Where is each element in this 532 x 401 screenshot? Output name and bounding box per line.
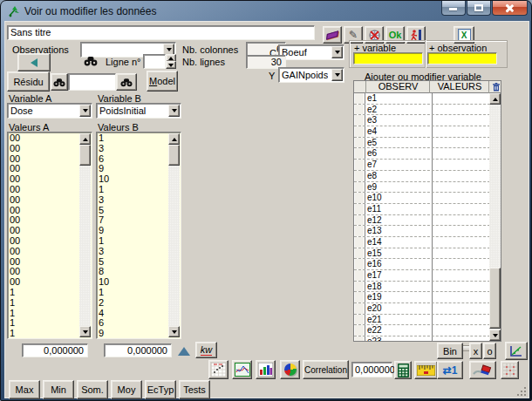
search-input[interactable] (68, 73, 116, 91)
binary-convert-button[interactable]: ⇄1 (437, 361, 463, 379)
table-scrollbar[interactable] (489, 93, 501, 341)
valeurs-cell[interactable] (432, 226, 490, 236)
valeurs-cell[interactable] (432, 325, 490, 336)
row-selector[interactable] (354, 237, 365, 248)
list-item[interactable]: 3 (99, 195, 168, 206)
valeurs-b-list[interactable]: 1369101357913581012469 (96, 132, 181, 339)
table-row[interactable]: e19 (354, 292, 490, 303)
observ-cell[interactable]: e21 (367, 315, 430, 325)
table-row[interactable]: e17 (354, 270, 490, 282)
observ-cell[interactable]: e16 (367, 259, 430, 269)
table-row[interactable]: e3 (354, 115, 490, 126)
valeurs-b-scrollbar[interactable] (168, 133, 180, 337)
calculator-button[interactable] (394, 361, 412, 379)
list-item[interactable]: 7 (99, 215, 168, 226)
table-row[interactable]: e22 (354, 325, 490, 336)
valeurs-cell[interactable] (432, 138, 490, 148)
list-item[interactable]: 1 (10, 309, 79, 319)
table-row[interactable]: e18 (354, 282, 490, 293)
o-marker-button[interactable]: o (483, 343, 496, 359)
list-item[interactable]: 9 (99, 226, 168, 236)
list-item[interactable]: 00 (10, 226, 79, 236)
observ-cell[interactable]: e10 (367, 193, 430, 203)
observ-cell[interactable]: e12 (367, 215, 430, 226)
row-selector[interactable] (354, 115, 365, 126)
table-row[interactable]: e8 (354, 171, 490, 182)
list-item[interactable]: 10 (99, 277, 168, 288)
list-item[interactable]: 1 (99, 133, 168, 144)
list-item[interactable]: 00 (10, 133, 79, 144)
list-item[interactable]: 1 (99, 236, 168, 247)
list-item[interactable]: 00 (10, 236, 79, 247)
valeurs-cell[interactable] (432, 126, 490, 137)
valeurs-cell[interactable] (432, 248, 490, 259)
valeurs-cell[interactable] (432, 270, 490, 281)
valeurs-a-scrollbar[interactable] (79, 133, 91, 337)
valeurs-cell[interactable] (432, 93, 490, 104)
list-item[interactable]: 9 (99, 329, 168, 337)
observ-cell[interactable]: e23 (367, 336, 430, 341)
row-selector[interactable] (354, 204, 365, 214)
observ-cell[interactable]: e8 (367, 171, 430, 181)
back-button[interactable] (17, 53, 51, 71)
observ-cell[interactable]: e1 (367, 93, 430, 104)
list-item[interactable]: 00 (10, 164, 79, 174)
observ-cell[interactable]: e7 (367, 160, 430, 170)
row-selector[interactable] (354, 292, 365, 302)
list-item[interactable]: 3 (99, 144, 168, 154)
row-selector[interactable] (354, 303, 365, 314)
scroll-up-button[interactable] (168, 133, 180, 145)
list-item[interactable]: 3 (99, 247, 168, 257)
close-button[interactable] (492, 1, 528, 16)
bar-chart-button[interactable] (256, 360, 276, 379)
row-selector[interactable] (354, 259, 365, 269)
list-item[interactable]: 1 (10, 298, 79, 309)
ligne-input[interactable] (143, 54, 166, 69)
variable-a-dropdown-arrow[interactable] (79, 105, 91, 117)
valeurs-cell[interactable] (432, 315, 490, 325)
scroll-down-button[interactable] (168, 326, 180, 337)
scroll-thumb[interactable] (79, 145, 91, 166)
table-row[interactable]: e6 (354, 148, 490, 160)
sort-up-button[interactable] (175, 344, 193, 357)
add-observation-input[interactable] (427, 52, 497, 65)
list-item[interactable]: 2 (99, 298, 168, 309)
list-item[interactable]: 4 (99, 309, 168, 319)
observ-cell[interactable]: e18 (367, 282, 430, 292)
valeurs-cell[interactable] (432, 115, 490, 126)
row-selector[interactable] (354, 215, 365, 226)
grid-points-button-disabled[interactable] (501, 361, 519, 379)
stat-button-tests[interactable]: Tests (179, 380, 210, 399)
regression-plot-button[interactable] (505, 342, 528, 360)
table-row[interactable]: e4 (354, 126, 490, 138)
list-item[interactable]: 00 (10, 174, 79, 185)
pie-chart-button[interactable] (280, 360, 300, 379)
row-selector[interactable] (354, 138, 365, 148)
search-right-button[interactable] (116, 73, 137, 91)
scroll-up-button[interactable] (79, 133, 91, 145)
list-item[interactable]: 5 (99, 257, 168, 268)
delete-column-header[interactable] (490, 81, 501, 93)
correlation-button[interactable]: Correlation (303, 360, 349, 379)
observ-cell[interactable]: e22 (367, 325, 430, 336)
row-selector[interactable] (354, 105, 365, 115)
row-selector[interactable] (354, 226, 365, 236)
list-item[interactable]: 6 (99, 318, 168, 329)
valeurs-cell[interactable] (432, 148, 490, 159)
table-row[interactable]: e15 (354, 248, 490, 260)
table-row[interactable]: e2 (354, 105, 490, 116)
list-item[interactable]: 00 (10, 215, 79, 226)
row-selector[interactable] (354, 126, 365, 137)
observ-cell[interactable]: e4 (367, 126, 430, 137)
list-item[interactable]: 00 (10, 195, 79, 206)
stat-button-min[interactable]: Min (43, 380, 74, 399)
valeurs-cell[interactable] (432, 237, 490, 248)
bin-button[interactable]: Bin (437, 343, 463, 359)
title-bar[interactable]: Voir ou modifier les données (1, 1, 531, 21)
scatter-table-button[interactable] (208, 360, 228, 379)
valeurs-cell[interactable] (432, 336, 490, 341)
table-row[interactable]: e1 (354, 93, 490, 105)
observ-cell[interactable]: e9 (367, 182, 430, 193)
maximize-button[interactable] (467, 1, 491, 16)
list-item[interactable]: 00 (10, 144, 79, 154)
